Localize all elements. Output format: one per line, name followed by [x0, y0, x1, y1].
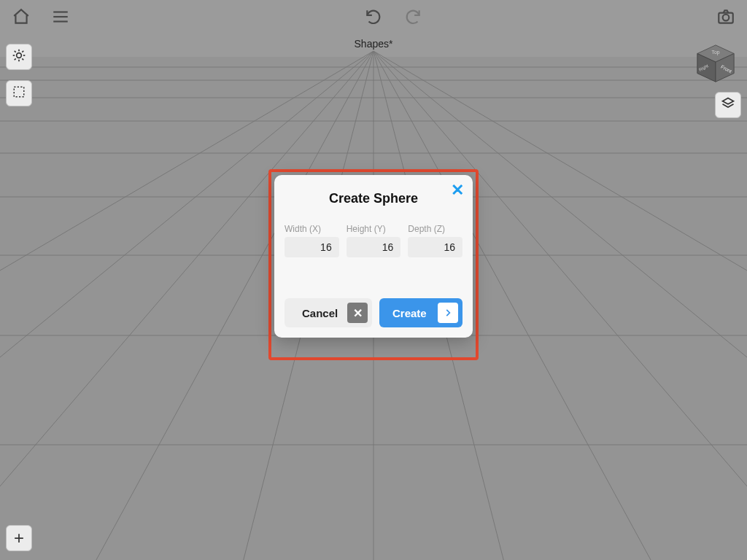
cancel-button-label: Cancel [302, 307, 338, 319]
home-icon[interactable] [12, 7, 31, 26]
document-title: Shapes* [0, 38, 747, 50]
svg-rect-36 [14, 87, 24, 97]
add-object-button[interactable]: + [6, 525, 32, 551]
x-icon: ✕ [347, 303, 368, 323]
create-sphere-dialog: ✕ Create Sphere Width (X) 16 Height (Y) … [274, 175, 473, 338]
svg-line-33 [22, 58, 23, 60]
height-label: Height (Y) [347, 224, 401, 234]
dialog-close-button[interactable]: ✕ [451, 182, 464, 198]
svg-line-35 [22, 51, 23, 52]
plus-icon: + [14, 529, 24, 547]
width-input[interactable]: 16 [285, 237, 339, 257]
dialog-title: Create Sphere [285, 191, 462, 206]
width-label: Width (X) [285, 224, 339, 234]
sun-icon [12, 48, 26, 66]
camera-icon[interactable] [716, 7, 735, 26]
depth-label: Depth (Z) [408, 224, 462, 234]
close-icon: ✕ [451, 181, 464, 199]
chevron-right-icon [438, 303, 458, 323]
redo-icon[interactable] [403, 7, 422, 26]
menu-icon[interactable] [51, 7, 70, 26]
undo-icon[interactable] [364, 7, 383, 26]
dialog-actions: Cancel ✕ Create [285, 298, 462, 327]
create-button-label: Create [392, 307, 427, 319]
dimension-fields: Width (X) 16 Height (Y) 16 Depth (Z) 16 [285, 224, 462, 257]
svg-marker-37 [723, 98, 734, 104]
lighting-button[interactable] [6, 44, 32, 70]
layers-button[interactable] [715, 92, 741, 118]
selection-box-icon [12, 85, 26, 101]
app-root: Shapes* + Top Right [0, 0, 747, 560]
view-cube[interactable]: Top Right Front [694, 42, 737, 85]
svg-line-32 [15, 51, 16, 52]
selection-button[interactable] [6, 80, 32, 106]
svg-text:Top: Top [712, 50, 720, 55]
svg-point-27 [17, 53, 22, 58]
depth-input[interactable]: 16 [408, 237, 462, 257]
svg-point-26 [723, 15, 729, 21]
height-input[interactable]: 16 [347, 237, 401, 257]
svg-line-34 [15, 58, 16, 60]
top-toolbar [0, 0, 747, 34]
cancel-button[interactable]: Cancel ✕ [285, 298, 372, 327]
create-button[interactable]: Create [379, 298, 462, 327]
layers-icon [721, 96, 735, 114]
left-tool-column [6, 44, 32, 106]
